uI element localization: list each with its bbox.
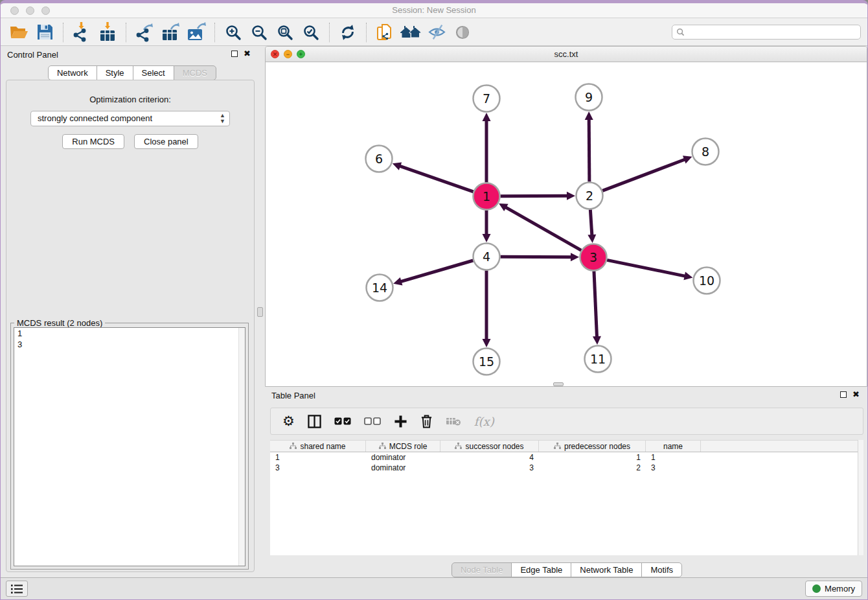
- show-columns-button[interactable]: [308, 415, 321, 428]
- graph-edge-3-11[interactable]: [594, 271, 597, 338]
- delete-table-button[interactable]: [446, 417, 461, 426]
- table-tab-motifs[interactable]: Motifs: [641, 562, 682, 577]
- graph-node-6[interactable]: 6: [366, 146, 393, 172]
- home-icon: [400, 24, 422, 41]
- zoom-out-button[interactable]: [248, 21, 270, 43]
- hide-elements-button[interactable]: [426, 21, 448, 43]
- open-session-button[interactable]: [8, 21, 30, 43]
- graph-edge-4-3[interactable]: [500, 257, 572, 257]
- graph-node-14[interactable]: 14: [367, 275, 393, 301]
- close-panel-icon[interactable]: ✖: [244, 49, 251, 58]
- graph-edge-3-1[interactable]: [505, 207, 582, 250]
- graph-node-11[interactable]: 11: [585, 346, 611, 373]
- deselect-all-button[interactable]: [364, 417, 381, 425]
- column-header-successor-nodes[interactable]: successor nodes: [440, 441, 539, 452]
- graph-node-1[interactable]: 1: [474, 183, 500, 210]
- column-header-mcds-role[interactable]: MCDS role: [366, 441, 440, 452]
- close-panel-button[interactable]: Close panel: [134, 134, 198, 149]
- tab-style[interactable]: Style: [97, 65, 133, 80]
- table-tab-edge-table[interactable]: Edge Table: [511, 562, 571, 577]
- tab-network[interactable]: Network: [48, 65, 97, 80]
- task-history-button[interactable]: [6, 581, 28, 597]
- column-header-name[interactable]: name: [646, 441, 701, 452]
- zoom-fit-icon: [277, 24, 293, 41]
- zoom-fit-button[interactable]: [274, 21, 296, 43]
- column-header-predecessor-nodes[interactable]: predecessor nodes: [539, 441, 646, 452]
- graph-node-4[interactable]: 4: [474, 244, 500, 270]
- import-table-button[interactable]: [97, 21, 119, 43]
- network-canvas[interactable]: 7968124314101511: [266, 62, 867, 386]
- home-button[interactable]: [400, 21, 422, 43]
- toolbar-separator: [126, 23, 126, 42]
- import-network-button[interactable]: [71, 21, 93, 43]
- column-header-shared-name[interactable]: shared name: [270, 441, 366, 452]
- clone-network-button[interactable]: [374, 21, 396, 43]
- table-cell[interactable]: 4: [440, 452, 539, 463]
- toolbar-separator: [214, 23, 215, 42]
- show-elements-button[interactable]: [451, 21, 474, 43]
- graph-node-7[interactable]: 7: [474, 86, 500, 112]
- table-cell[interactable]: dominator: [366, 452, 440, 463]
- horizontal-splitter-handle[interactable]: [553, 382, 564, 386]
- tab-mcds[interactable]: MCDS: [174, 65, 216, 80]
- table-cell[interactable]: 2: [539, 463, 646, 473]
- float-panel-icon[interactable]: [231, 51, 238, 57]
- add-row-button[interactable]: [394, 415, 407, 428]
- close-table-panel-icon[interactable]: ✖: [852, 389, 860, 399]
- zoom-selected-button[interactable]: [300, 21, 322, 43]
- graph-node-15[interactable]: 15: [474, 349, 500, 375]
- zoom-in-button[interactable]: [222, 21, 244, 43]
- run-mcds-button[interactable]: Run MCDS: [62, 134, 124, 149]
- graph-edge-1-6[interactable]: [399, 166, 474, 192]
- graph-edge-2-3[interactable]: [590, 209, 592, 236]
- graph-node-2[interactable]: 2: [577, 183, 603, 209]
- save-session-button[interactable]: [34, 21, 56, 43]
- table-cell[interactable]: 1: [270, 452, 366, 463]
- float-table-panel-icon[interactable]: [840, 391, 847, 398]
- table-settings-button[interactable]: ⚙: [282, 415, 295, 428]
- tab-select[interactable]: Select: [133, 65, 174, 80]
- graph-edge-4-14[interactable]: [400, 260, 474, 282]
- node-label: 15: [479, 354, 494, 369]
- table-row[interactable]: 3dominator323: [270, 463, 863, 473]
- graph-edge-arrowhead: [571, 253, 579, 261]
- graph-node-8[interactable]: 8: [692, 139, 719, 165]
- control-panel-tabs: NetworkStyleSelectMCDS: [1, 65, 264, 80]
- result-scrollbar[interactable]: [238, 328, 245, 566]
- refresh-icon: [339, 23, 357, 41]
- export-image-button[interactable]: [185, 21, 207, 43]
- mcds-result-box[interactable]: 13: [14, 327, 246, 566]
- criterion-dropdown[interactable]: strongly connected component ▲▼: [30, 111, 230, 126]
- table-cell[interactable]: 1: [646, 452, 701, 463]
- table-tab-node-table[interactable]: Node Table: [451, 562, 512, 577]
- network-graph[interactable]: 7968124314101511: [266, 62, 867, 386]
- graph-edge-arrowhead: [483, 234, 491, 242]
- graph-edge-2-8[interactable]: [602, 159, 685, 191]
- vertical-splitter-handle[interactable]: [257, 307, 263, 317]
- search-input[interactable]: [672, 25, 861, 40]
- table-row[interactable]: 1dominator411: [270, 452, 863, 463]
- table-cell[interactable]: dominator: [366, 463, 440, 473]
- table-scrollbar[interactable]: [858, 440, 863, 555]
- control-panel: Control Panel ✖ NetworkStyleSelectMCDS O…: [1, 46, 264, 581]
- table-tab-network-table[interactable]: Network Table: [571, 562, 642, 577]
- graph-node-9[interactable]: 9: [576, 84, 602, 111]
- zoom-in-icon: [225, 24, 242, 41]
- graph-edge-1-2[interactable]: [500, 196, 568, 196]
- graph-node-3[interactable]: 3: [580, 244, 607, 271]
- export-table-button[interactable]: [159, 21, 181, 43]
- table-cell[interactable]: 3: [646, 463, 701, 473]
- memory-button[interactable]: Memory: [805, 581, 862, 597]
- graph-edge-2-9[interactable]: [589, 119, 589, 182]
- node-label: 1: [483, 189, 490, 203]
- export-network-button[interactable]: [133, 21, 155, 43]
- select-all-button[interactable]: [334, 417, 351, 425]
- graph-edge-3-10[interactable]: [607, 260, 686, 276]
- table-cell[interactable]: 3: [270, 463, 366, 473]
- delete-row-button[interactable]: [420, 414, 433, 429]
- graph-node-10[interactable]: 10: [694, 268, 720, 294]
- refresh-button[interactable]: [337, 21, 359, 43]
- table-cell[interactable]: 3: [440, 463, 539, 473]
- table-cell[interactable]: 1: [539, 452, 646, 463]
- function-builder-button[interactable]: f(x): [474, 415, 494, 428]
